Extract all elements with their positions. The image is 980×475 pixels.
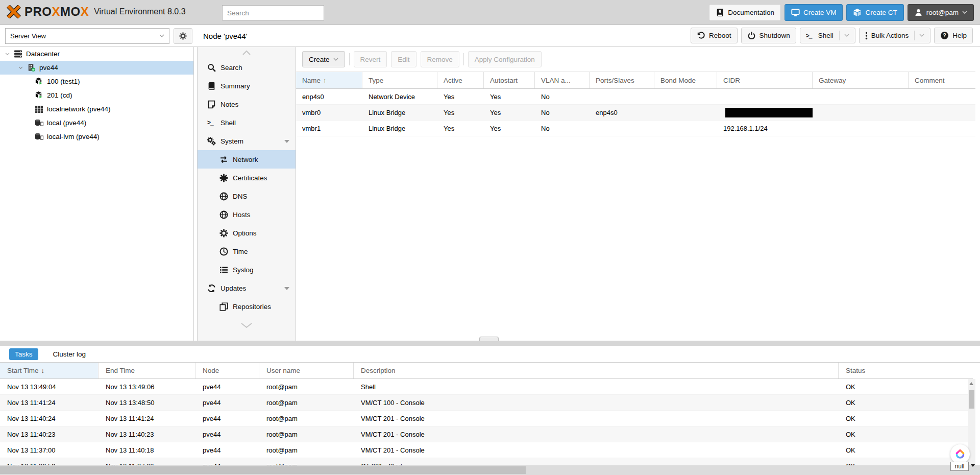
nav-item-repositories[interactable]: Repositories xyxy=(198,297,296,316)
nav-item-shell[interactable]: >_ Shell xyxy=(198,113,296,132)
nav-item-time[interactable]: Time xyxy=(198,242,296,260)
chevron-down-icon[interactable] xyxy=(844,34,849,37)
network-toolbar: Create Revert Edit Remove Apply Configur… xyxy=(302,51,542,67)
apply-configuration-button[interactable]: Apply Configuration xyxy=(468,51,542,67)
tab-tasks[interactable]: Tasks xyxy=(9,348,38,360)
tree-item-localnetwork[interactable]: localnetwork (pve44) xyxy=(0,102,193,116)
column-header-start-time[interactable]: Start Time↓ xyxy=(0,363,99,378)
create-ct-button[interactable]: Create CT xyxy=(846,4,903,21)
task-row[interactable]: Nov 13 13:49:04 Nov 13 13:49:06 pve44 ro… xyxy=(0,379,973,395)
documentation-button[interactable]: Documentation xyxy=(709,4,781,21)
scrollbar-thumb[interactable] xyxy=(969,390,974,409)
clickup-extension-badge[interactable] xyxy=(950,444,970,464)
proxmox-x-mark-icon xyxy=(6,5,21,18)
scrollbar-thumb[interactable] xyxy=(0,466,526,474)
column-header-name[interactable]: Name↑ xyxy=(296,72,362,88)
storage-icon xyxy=(35,118,43,127)
view-settings-button[interactable] xyxy=(174,28,192,44)
column-header-comment[interactable]: Comment xyxy=(909,72,975,88)
column-header-active[interactable]: Active xyxy=(437,72,484,88)
tree-item-datacenter[interactable]: Datacenter xyxy=(0,47,193,61)
task-row[interactable]: Nov 13 11:41:24 Nov 13 13:48:50 pve44 ro… xyxy=(0,395,973,411)
scroll-up-arrow-icon[interactable] xyxy=(969,382,973,385)
nav-item-system[interactable]: System xyxy=(198,132,296,150)
nav-item-network[interactable]: Network xyxy=(198,150,296,169)
nav-item-summary[interactable]: Summary xyxy=(198,77,296,95)
column-header-type[interactable]: Type xyxy=(362,72,437,88)
nav-scroll-up[interactable] xyxy=(198,47,296,58)
column-header-description[interactable]: Description xyxy=(354,363,839,378)
copy-icon xyxy=(219,302,228,311)
column-header-ports-slaves[interactable]: Ports/Slaves xyxy=(590,72,654,88)
gear-icon xyxy=(179,32,187,40)
column-header-node[interactable]: Node xyxy=(195,363,259,378)
network-row-enp4s0[interactable]: enp4s0 Network Device Yes Yes No xyxy=(296,89,975,105)
note-icon xyxy=(207,100,216,109)
tree-item-pve44[interactable]: pve44 xyxy=(0,61,193,75)
task-row[interactable]: Nov 13 11:36:59 Nov 13 11:37:00 pve44 ro… xyxy=(0,458,973,465)
bulk-actions-button[interactable]: Bulk Actions xyxy=(859,28,931,43)
storage-icon xyxy=(35,132,43,141)
svg-text:?: ? xyxy=(943,32,946,38)
network-row-vmbr0[interactable]: vmbr0 Linux Bridge Yes Yes No enp4s0 xyxy=(296,105,975,121)
shell-button[interactable]: >_ Shell xyxy=(800,28,855,43)
task-row[interactable]: Nov 13 11:40:24 Nov 13 11:41:24 pve44 ro… xyxy=(0,411,973,426)
task-row[interactable]: Nov 13 11:40:23 Nov 13 11:40:23 pve44 ro… xyxy=(0,426,973,442)
remove-button[interactable]: Remove xyxy=(421,51,459,67)
reboot-button[interactable]: Reboot xyxy=(691,28,738,43)
refresh-icon xyxy=(207,284,216,293)
tree-expander-icon[interactable] xyxy=(17,66,23,69)
column-header-cidr[interactable]: CIDR xyxy=(717,72,813,88)
nav-item-options[interactable]: Options xyxy=(198,224,296,242)
tree-item-local-lvm-storage[interactable]: local-lvm (pve44) xyxy=(0,130,193,144)
user-icon xyxy=(914,8,923,17)
column-header-user-name[interactable]: User name xyxy=(259,363,354,378)
tree-item-ct-201[interactable]: 201 (cd) xyxy=(0,88,193,102)
nav-item-certificates[interactable]: Certificates xyxy=(198,169,296,187)
shutdown-button[interactable]: Shutdown xyxy=(741,28,796,43)
list-icon xyxy=(219,266,228,274)
tree-item-local-storage[interactable]: local (pve44) xyxy=(0,116,193,130)
proxmox-logo: PROXMOX Virtual Environment 8.0.3 xyxy=(6,5,186,19)
horizontal-scrollbar[interactable] xyxy=(0,465,980,475)
nav-item-notes[interactable]: Notes xyxy=(198,95,296,113)
horizontal-splitter[interactable] xyxy=(0,341,980,346)
global-search-input[interactable] xyxy=(222,5,324,20)
column-header-autostart[interactable]: Autostart xyxy=(484,72,535,88)
nav-item-dns[interactable]: DNS xyxy=(198,187,296,205)
edit-button[interactable]: Edit xyxy=(391,51,416,67)
create-button[interactable]: Create xyxy=(302,51,345,67)
tree-expander-icon[interactable] xyxy=(4,53,10,56)
nav-item-updates[interactable]: Updates xyxy=(198,279,296,297)
network-table: Name↑ Type Active Autostart VLAN a... Po… xyxy=(296,72,975,136)
certificate-icon xyxy=(219,174,228,182)
tree-item-ct-100[interactable]: 100 (test1) xyxy=(0,75,193,88)
nav-item-hosts[interactable]: Hosts xyxy=(198,205,296,224)
clickup-logo-icon xyxy=(954,448,966,460)
column-header-gateway[interactable]: Gateway xyxy=(813,72,909,88)
column-header-vlan-aware[interactable]: VLAN a... xyxy=(535,72,590,88)
tab-cluster-log[interactable]: Cluster log xyxy=(47,348,92,360)
dropdown-triangle-icon[interactable] xyxy=(970,464,975,467)
column-header-bond-mode[interactable]: Bond Mode xyxy=(654,72,717,88)
nav-item-search[interactable]: Search xyxy=(198,58,296,77)
network-row-vmbr1[interactable]: vmbr1 Linux Bridge Yes Yes No 192.168.1.… xyxy=(296,121,975,136)
tasks-table-header: Start Time↓ End Time Node User name Desc… xyxy=(0,363,973,379)
help-button[interactable]: ? Help xyxy=(934,28,973,43)
revert-button[interactable]: Revert xyxy=(354,51,387,67)
create-vm-button[interactable]: Create VM xyxy=(785,4,843,21)
swap-arrows-icon xyxy=(219,155,228,164)
view-mode-select[interactable]: Server View xyxy=(5,28,169,44)
column-header-status[interactable]: Status xyxy=(839,363,973,378)
collapse-triangle-icon[interactable] xyxy=(284,140,289,143)
nav-scroll-down[interactable] xyxy=(198,320,296,331)
column-header-end-time[interactable]: End Time xyxy=(99,363,195,378)
chevron-down-icon[interactable] xyxy=(919,34,924,37)
collapse-triangle-icon[interactable] xyxy=(284,287,289,290)
secondary-header-bar: Server View Node 'pve44' Reboot Shutdown… xyxy=(0,25,980,47)
network-content-panel: Create Revert Edit Remove Apply Configur… xyxy=(296,47,980,341)
splitter-collapse-handle[interactable] xyxy=(479,337,499,341)
nav-item-syslog[interactable]: Syslog xyxy=(198,260,296,279)
user-menu-button[interactable]: root@pam xyxy=(908,4,974,21)
task-row[interactable]: Nov 13 11:37:00 Nov 13 11:40:18 pve44 ro… xyxy=(0,442,973,458)
